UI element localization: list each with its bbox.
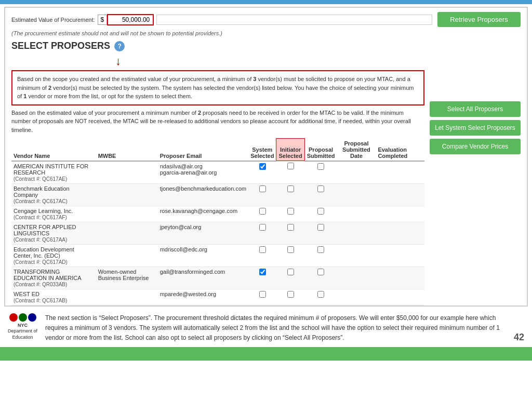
green-footer: [0, 347, 532, 361]
procurement-value-input[interactable]: [107, 14, 154, 25]
system-selected-cell[interactable]: [248, 289, 276, 305]
vendor-name-cell: Education Development Center, Inc. (EDC)…: [11, 244, 96, 267]
system-selected-cell[interactable]: [248, 222, 276, 244]
proposal-submitted-checkbox[interactable]: [317, 269, 324, 275]
evaluation-completed-cell: [376, 161, 424, 184]
proposal-submitted-cell[interactable]: [304, 183, 337, 206]
initiator-selected-cell[interactable]: [276, 161, 304, 184]
initiator-selected-cell[interactable]: [276, 206, 304, 222]
proposal-date-cell: [337, 289, 376, 305]
let-system-select-button[interactable]: Let System Select Proposers: [430, 120, 521, 136]
vendor-name-cell: WEST ED(Contract #: QC617AB): [11, 289, 96, 305]
proposal-date-cell: [337, 161, 376, 184]
info-text-2: Based on the estimated value of your pro…: [11, 109, 424, 135]
bottom-text: The next section is “Select Proposers”. …: [45, 313, 506, 343]
proposal-submitted-cell[interactable]: [304, 222, 337, 244]
evaluation-completed-cell: [376, 267, 424, 289]
nyc-circle-red: [9, 313, 18, 322]
select-all-proposers-button[interactable]: Select All Proposers: [430, 101, 521, 117]
vendor-name-cell: TRANSFORMING EDUCATION IN AMERICA(Contra…: [11, 267, 96, 289]
initiator-selected-cell[interactable]: [276, 244, 304, 267]
proposal-submitted-cell[interactable]: [304, 244, 337, 267]
right-buttons-area: Select All Proposers Let System Select P…: [430, 70, 521, 305]
down-arrow: ↓: [11, 55, 521, 68]
th-system-selected: SystemSelected: [248, 139, 276, 161]
initiator-selected-checkbox[interactable]: [287, 163, 294, 169]
mwbe-cell: Women-owned Business Enterprise: [96, 267, 158, 289]
vendor-name-cell: CENTER FOR APPLIED LINGUISTICS(Contract …: [11, 222, 96, 244]
section-title-row: SELECT PROPOSERS ?: [11, 41, 521, 51]
email-cell: jpeyton@cal.org: [158, 222, 248, 244]
proposal-date-cell: [337, 183, 376, 206]
email-cell: mparede@wested.org: [158, 289, 248, 305]
th-vendor-name: Vendor Name: [11, 139, 96, 161]
initiator-selected-checkbox[interactable]: [287, 269, 294, 275]
email-cell: ndasilva@air.orgpgarcia-arena@air.org: [158, 161, 248, 184]
system-selected-cell[interactable]: [248, 161, 276, 184]
table-row: Education Development Center, Inc. (EDC)…: [11, 244, 424, 267]
proposal-submitted-cell[interactable]: [304, 206, 337, 222]
proposal-submitted-cell[interactable]: [304, 161, 337, 184]
proposal-submitted-checkbox[interactable]: [317, 291, 324, 298]
mwbe-cell: [96, 161, 158, 184]
system-selected-checkbox[interactable]: [259, 246, 266, 253]
mwbe-cell: [96, 183, 158, 206]
system-selected-checkbox[interactable]: [259, 185, 266, 192]
th-mwbe: MWBE: [96, 139, 158, 161]
procurement-extra-input[interactable]: [156, 15, 432, 25]
help-icon[interactable]: ?: [114, 41, 125, 51]
proposal-submitted-checkbox[interactable]: [317, 208, 324, 215]
th-email: Proposer Email: [158, 139, 248, 161]
initiator-selected-checkbox[interactable]: [287, 185, 294, 192]
initiator-selected-checkbox[interactable]: [287, 291, 294, 298]
compare-vendor-prices-button[interactable]: Compare Vendor Prices: [430, 139, 521, 154]
content-area: Based on the scope you created and the e…: [11, 70, 521, 305]
system-selected-cell[interactable]: [248, 267, 276, 289]
mwbe-cell: [96, 206, 158, 222]
proposal-submitted-checkbox[interactable]: [317, 163, 324, 170]
initiator-selected-cell[interactable]: [276, 289, 304, 305]
proposal-submitted-checkbox[interactable]: [317, 185, 324, 192]
email-cell: gail@transforminged.com: [158, 267, 248, 289]
info-box: Based on the scope you created and the e…: [11, 70, 424, 105]
evaluation-completed-cell: [376, 222, 424, 244]
initiator-selected-cell[interactable]: [276, 267, 304, 289]
left-area: Based on the scope you created and the e…: [11, 70, 424, 305]
system-selected-cell[interactable]: [248, 206, 276, 222]
system-selected-checkbox[interactable]: [259, 269, 266, 275]
vendors-table: Vendor Name MWBE Proposer Email SystemSe…: [11, 138, 424, 305]
table-row: AMERICAN INSTITUTE FOR RESEARCH(Contract…: [11, 161, 424, 184]
system-selected-checkbox[interactable]: [259, 163, 266, 170]
vendor-name-cell: Benchmark Education Company(Contract #: …: [11, 183, 96, 206]
proposal-submitted-checkbox[interactable]: [317, 224, 324, 231]
initiator-selected-checkbox[interactable]: [287, 224, 294, 231]
th-proposal-submitted: ProposalSubmitted: [304, 139, 337, 161]
retrieve-proposers-button[interactable]: Retrieve Proposers: [437, 12, 521, 27]
procurement-row: Estimated Value of Procurement: $ Retrie…: [11, 12, 521, 27]
system-selected-cell[interactable]: [248, 244, 276, 267]
proposal-submitted-cell[interactable]: [304, 267, 337, 289]
system-selected-checkbox[interactable]: [259, 224, 266, 231]
th-initiator-selected: InitiatorSelected: [276, 139, 304, 161]
initiator-selected-checkbox[interactable]: [287, 246, 294, 253]
nyc-circle-blue: [28, 313, 36, 322]
evaluation-completed-cell: [376, 244, 424, 267]
procurement-note: (The procurement estimate should not and…: [11, 30, 521, 36]
nyc-circle-green: [19, 313, 27, 322]
page-number: 42: [514, 332, 524, 343]
initiator-selected-cell[interactable]: [276, 183, 304, 206]
bottom-section: NYC Department of Education The next sec…: [0, 309, 532, 348]
initiator-selected-cell[interactable]: [276, 222, 304, 244]
nyc-label: NYC Department of Education: [8, 323, 37, 341]
th-proposal-submitted-date: ProposalSubmitted Date: [337, 139, 376, 161]
initiator-selected-checkbox[interactable]: [287, 208, 294, 215]
system-selected-checkbox[interactable]: [259, 291, 266, 298]
proposal-submitted-checkbox[interactable]: [317, 246, 324, 253]
system-selected-cell[interactable]: [248, 183, 276, 206]
evaluation-completed-cell: [376, 206, 424, 222]
proposal-submitted-cell[interactable]: [304, 289, 337, 305]
header-area: Estimated Value of Procurement: $ Retrie…: [5, 8, 527, 305]
system-selected-checkbox[interactable]: [259, 208, 266, 215]
vendor-name-cell: AMERICAN INSTITUTE FOR RESEARCH(Contract…: [11, 161, 96, 184]
email-cell: rose.kavanagh@cengage.com: [158, 206, 248, 222]
